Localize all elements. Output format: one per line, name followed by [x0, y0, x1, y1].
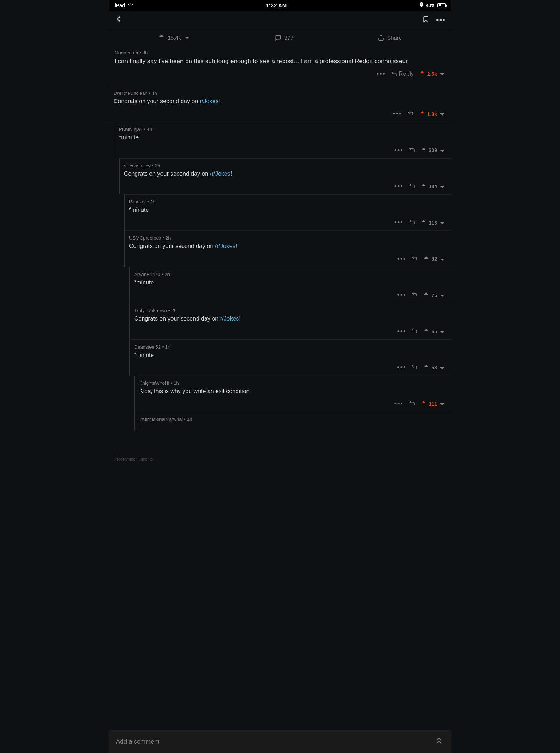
comment-actions: ••• 65: [134, 326, 446, 339]
comment-reply-icon[interactable]: [409, 146, 415, 155]
comment-reply-icon[interactable]: [411, 255, 418, 263]
comment-downvote-icon[interactable]: [439, 255, 446, 263]
bookmark-icon[interactable]: [422, 15, 429, 26]
comment-upvote-icon[interactable]: [420, 147, 427, 154]
comment-downvote-icon[interactable]: [439, 364, 446, 372]
comment-count: 377: [284, 35, 293, 41]
comment-vote-count: 75: [431, 292, 437, 298]
more-options-icon[interactable]: •••: [436, 15, 446, 25]
vote-section[interactable]: 15.4k: [158, 34, 191, 42]
comment-link[interactable]: r/Jokes: [220, 315, 239, 322]
comment-author: Deadsteel52: [134, 344, 161, 350]
comment-header: DrelltheUnclean • 4h: [114, 90, 446, 96]
top-comment-more-icon[interactable]: •••: [377, 70, 386, 78]
comment-more-icon[interactable]: •••: [397, 328, 407, 335]
comment-more-icon[interactable]: •••: [394, 219, 404, 226]
comment-age: 2h: [166, 235, 171, 241]
comment-reply-icon[interactable]: [407, 110, 414, 118]
top-comment: Magneaum • 8h I can finally say I've bee…: [109, 46, 451, 86]
comment-age: 4h: [152, 90, 157, 96]
comment-age: 1h: [174, 380, 179, 386]
top-comment-time: 8h: [143, 50, 148, 55]
share-section[interactable]: Share: [378, 35, 402, 41]
comment-more-icon[interactable]: •••: [397, 255, 407, 263]
comment-body: *minute: [119, 133, 446, 141]
comment-header: Deadsteel52 • 1h: [134, 344, 446, 350]
comment-downvote-icon[interactable]: [439, 291, 446, 299]
top-comment-reply-button[interactable]: Reply: [391, 71, 414, 77]
comment-age: 4h: [147, 127, 152, 132]
comment-more-icon[interactable]: •••: [393, 110, 402, 118]
comment-vote: 113: [420, 219, 446, 226]
comment-downvote-icon[interactable]: [439, 219, 446, 226]
comment-downvote-icon[interactable]: [439, 183, 446, 190]
comment-vote: 58: [423, 364, 446, 372]
comment-body: …: [139, 423, 446, 431]
comment-more-icon[interactable]: •••: [394, 400, 404, 408]
comment-vote-count: 111: [429, 401, 437, 407]
top-comment-age: •: [140, 50, 143, 55]
comment-body: Kids, this is why you write an exit cond…: [139, 387, 446, 395]
comment-upvote-icon[interactable]: [420, 400, 427, 408]
comment-downvote-icon[interactable]: [439, 400, 446, 408]
vote-count: 15.4k: [168, 35, 181, 41]
comment-upvote-icon[interactable]: [423, 291, 429, 299]
top-comment-vote: 2.5k: [419, 70, 446, 78]
top-comment-upvote-icon[interactable]: [419, 70, 425, 78]
comment-downvote-icon[interactable]: [439, 147, 446, 154]
share-label: Share: [387, 35, 402, 41]
downvote-icon[interactable]: [184, 34, 190, 42]
comment: l5rocker • 2h *minute ••• 113: [125, 194, 451, 230]
comment-actions: ••• 111: [139, 398, 446, 412]
comment-header: InternationalNarwhal • 1h: [139, 416, 446, 422]
comment-upvote-icon[interactable]: [423, 364, 429, 372]
comment-upvote-icon[interactable]: [423, 255, 429, 263]
comment-age: 2h: [155, 163, 160, 168]
comment-section[interactable]: 377: [275, 35, 293, 41]
comment-author: Truly_Unknown: [134, 308, 167, 313]
comment-upvote-icon[interactable]: [419, 110, 425, 118]
comment-actions: ••• 184: [124, 181, 446, 194]
comment-downvote-icon[interactable]: [439, 328, 446, 335]
comment-author: USMCpresfoco: [129, 235, 161, 241]
reply-item: AryanB1470 • 2h *minute ••• 75: [129, 267, 451, 303]
comment-reply-icon[interactable]: [409, 218, 415, 227]
back-button[interactable]: [114, 13, 125, 27]
comment-more-icon[interactable]: •••: [394, 147, 404, 154]
comment-author: siliconsmiley: [124, 163, 151, 168]
comment-reply-icon[interactable]: [409, 182, 415, 191]
comment-reply-icon[interactable]: [409, 400, 415, 408]
comment-vote-count: 113: [429, 220, 437, 226]
comment-vote: 75: [423, 291, 446, 299]
comment-reply-icon[interactable]: [411, 364, 418, 372]
comment-body: Congrats on your second day on r/Jokes!: [114, 97, 446, 105]
top-comment-author: Magneaum: [114, 50, 138, 55]
status-bar-time: 1:32 AM: [266, 2, 287, 8]
comment: siliconsmiley • 2h Congrats on your seco…: [120, 158, 451, 194]
reply-item: PKMNinja1 • 4h *minute ••• 309: [114, 122, 451, 158]
comment-author: PKMNinja1: [119, 127, 143, 132]
comment-link[interactable]: /r/Jokes: [210, 171, 230, 177]
battery-icon: [438, 3, 446, 7]
comment-age: 1h: [187, 416, 192, 422]
comment-upvote-icon[interactable]: [420, 219, 427, 226]
comment-author: DrelltheUnclean: [114, 90, 148, 96]
comment-upvote-icon[interactable]: [423, 328, 429, 335]
comment-reply-icon[interactable]: [411, 291, 418, 299]
comment-reply-icon[interactable]: [411, 327, 418, 336]
comment-author: KnightsWhoNi: [139, 380, 169, 386]
comment-link[interactable]: /r/Jokes: [215, 243, 236, 249]
comment-header: Truly_Unknown • 2h: [134, 308, 446, 313]
reply-item: DrelltheUnclean • 4h Congrats on your se…: [109, 86, 451, 122]
comment-link[interactable]: r/Jokes: [200, 98, 219, 104]
comment: Deadsteel52 • 1h *minute ••• 58: [130, 339, 451, 376]
comment-upvote-icon[interactable]: [420, 183, 427, 190]
upvote-icon[interactable]: [158, 34, 165, 42]
comment-more-icon[interactable]: •••: [394, 183, 404, 190]
comment-downvote-icon[interactable]: [439, 110, 446, 118]
comment-actions: ••• 113: [129, 217, 446, 230]
comment-more-icon[interactable]: •••: [397, 364, 407, 372]
comment-more-icon[interactable]: •••: [397, 291, 407, 299]
comment-actions: ••• 309: [119, 145, 446, 158]
top-comment-downvote-icon[interactable]: [439, 70, 446, 78]
